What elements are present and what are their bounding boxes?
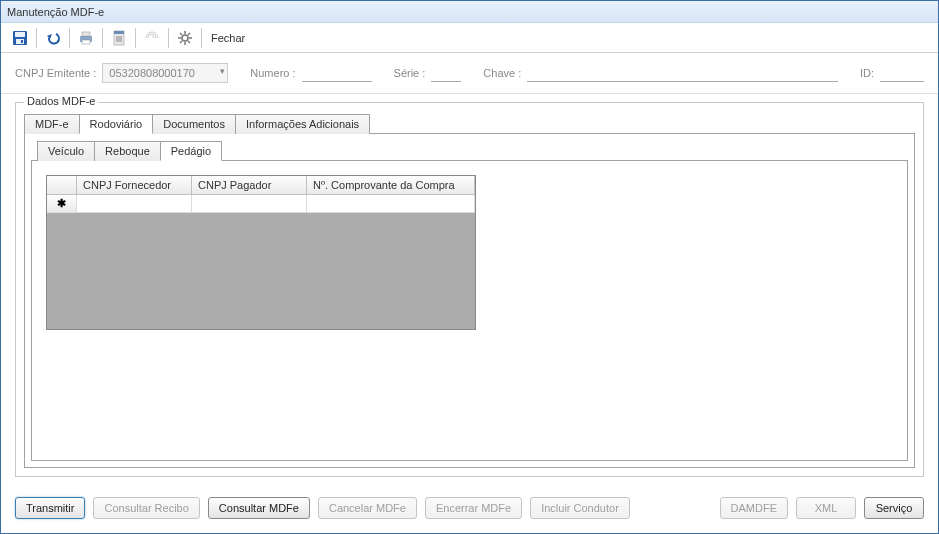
- outer-tab-body: Veículo Reboque Pedágio CNPJ Fornecedor …: [24, 133, 915, 468]
- grid-corner: [47, 176, 77, 195]
- toolbar: Fechar: [1, 23, 938, 53]
- svg-rect-6: [82, 40, 90, 44]
- numero-label: Numero :: [250, 67, 295, 79]
- tab-mdfe[interactable]: MDF-e: [24, 114, 80, 134]
- close-button[interactable]: Fechar: [211, 32, 245, 44]
- svg-line-20: [188, 33, 190, 35]
- outer-tabs: MDF-e Rodoviário Documentos Informações …: [24, 114, 915, 134]
- svg-rect-3: [21, 40, 23, 43]
- tab-reboque[interactable]: Reboque: [94, 141, 161, 161]
- save-icon[interactable]: [9, 27, 31, 49]
- fingerprint-icon[interactable]: [141, 27, 163, 49]
- numero-input[interactable]: [302, 64, 372, 82]
- window: Manutenção MDF-e Fechar CNPJ Emitente :: [0, 0, 939, 534]
- cell-cnpj-fornecedor[interactable]: [77, 195, 192, 213]
- document-icon[interactable]: [108, 27, 130, 49]
- toolbar-separator: [135, 28, 136, 48]
- id-input[interactable]: [880, 64, 924, 82]
- inner-tab-body: CNPJ Fornecedor CNPJ Pagador Nº. Comprov…: [31, 160, 908, 461]
- serie-label: Série :: [394, 67, 426, 79]
- transmitir-button[interactable]: Transmitir: [15, 497, 85, 519]
- chave-input[interactable]: [527, 64, 838, 82]
- svg-rect-5: [82, 32, 90, 36]
- servico-button[interactable]: Serviço: [864, 497, 924, 519]
- inner-tabs: Veículo Reboque Pedágio: [37, 141, 908, 161]
- serie-input[interactable]: [431, 64, 461, 82]
- svg-rect-1: [15, 32, 25, 37]
- svg-line-18: [188, 41, 190, 43]
- cell-comprovante[interactable]: [307, 195, 475, 213]
- toolbar-separator: [168, 28, 169, 48]
- tab-pedagio[interactable]: Pedágio: [160, 141, 222, 161]
- svg-rect-8: [114, 31, 124, 34]
- tab-info-adicionais[interactable]: Informações Adicionais: [235, 114, 370, 134]
- filter-bar: CNPJ Emitente : ▾ Numero : Série : Chave…: [1, 53, 938, 94]
- cnpj-emitente-label: CNPJ Emitente :: [15, 67, 96, 79]
- toolbar-separator: [69, 28, 70, 48]
- tab-rodoviario[interactable]: Rodoviário: [79, 114, 154, 134]
- undo-icon[interactable]: [42, 27, 64, 49]
- incluir-condutor-button: Incluir Condutor: [530, 497, 630, 519]
- dados-mdfe-group: Dados MDF-e MDF-e Rodoviário Documentos …: [15, 102, 924, 477]
- svg-line-19: [180, 41, 182, 43]
- toolbar-separator: [36, 28, 37, 48]
- window-title: Manutenção MDF-e: [7, 6, 104, 18]
- groupbox-title: Dados MDF-e: [24, 95, 98, 107]
- gear-icon[interactable]: [174, 27, 196, 49]
- toolbar-separator: [201, 28, 202, 48]
- footer-buttons: Transmitir Consultar Recibo Consultar MD…: [1, 485, 938, 533]
- svg-point-12: [182, 35, 188, 41]
- title-bar: Manutenção MDF-e: [1, 1, 938, 23]
- tab-documentos[interactable]: Documentos: [152, 114, 236, 134]
- chave-label: Chave :: [483, 67, 521, 79]
- damdfe-button: DAMDFE: [720, 497, 788, 519]
- print-icon[interactable]: [75, 27, 97, 49]
- toolbar-separator: [102, 28, 103, 48]
- col-cnpj-fornecedor[interactable]: CNPJ Fornecedor: [77, 176, 192, 195]
- table-row[interactable]: ✱: [47, 195, 475, 213]
- row-indicator-new: ✱: [47, 195, 77, 213]
- col-comprovante[interactable]: Nº. Comprovante da Compra: [307, 176, 475, 195]
- pedagio-grid[interactable]: CNPJ Fornecedor CNPJ Pagador Nº. Comprov…: [46, 175, 476, 330]
- svg-line-17: [180, 33, 182, 35]
- tab-veiculo[interactable]: Veículo: [37, 141, 95, 161]
- chevron-down-icon: ▾: [220, 66, 225, 76]
- encerrar-mdfe-button: Encerrar MDFe: [425, 497, 522, 519]
- id-label: ID:: [860, 67, 874, 79]
- cnpj-emitente-value[interactable]: [107, 66, 207, 80]
- cnpj-emitente-combo[interactable]: ▾: [102, 63, 228, 83]
- consultar-recibo-button: Consultar Recibo: [93, 497, 199, 519]
- col-cnpj-pagador[interactable]: CNPJ Pagador: [192, 176, 307, 195]
- consultar-mdfe-button[interactable]: Consultar MDFe: [208, 497, 310, 519]
- grid-header: CNPJ Fornecedor CNPJ Pagador Nº. Comprov…: [47, 176, 475, 195]
- cancelar-mdfe-button: Cancelar MDFe: [318, 497, 417, 519]
- cell-cnpj-pagador[interactable]: [192, 195, 307, 213]
- xml-button: XML: [796, 497, 856, 519]
